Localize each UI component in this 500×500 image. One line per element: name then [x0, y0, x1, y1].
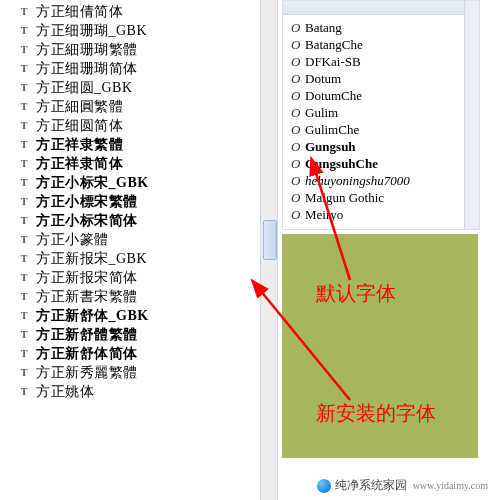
truetype-icon: T: [18, 291, 30, 303]
watermark-logo-icon: [317, 479, 331, 493]
font-row[interactable]: T方正新报宋_GBK: [0, 249, 260, 268]
truetype-icon: T: [18, 63, 30, 75]
font-name-label: GulimChe: [305, 122, 359, 138]
opentype-icon: O: [291, 105, 305, 121]
font-name-label: 方正细倩简体: [36, 3, 123, 21]
truetype-icon: T: [18, 25, 30, 37]
truetype-icon: T: [18, 177, 30, 189]
annotation-new-fonts: 新安装的字体: [316, 400, 436, 427]
font-row[interactable]: ODFKai-SB: [283, 53, 479, 70]
font-row[interactable]: OGulimChe: [283, 121, 479, 138]
opentype-icon: O: [291, 54, 305, 70]
font-name-label: Malgun Gothic: [305, 190, 384, 206]
font-name-label: 方正细圆_GBK: [36, 79, 133, 97]
right-panel-header: [283, 1, 479, 15]
font-row[interactable]: T方正细圆_GBK: [0, 78, 260, 97]
font-name-label: 方正新舒體繁體: [36, 326, 138, 344]
font-name-label: Batang: [305, 20, 342, 36]
font-row[interactable]: T方正新書宋繁體: [0, 287, 260, 306]
font-row[interactable]: ODotum: [283, 70, 479, 87]
font-name-label: 方正小標宋繁體: [36, 193, 138, 211]
truetype-icon: T: [18, 386, 30, 398]
font-row[interactable]: T方正祥隶简体: [0, 154, 260, 173]
font-row[interactable]: T方正新舒體繁體: [0, 325, 260, 344]
font-name-label: 方正细珊瑚简体: [36, 60, 138, 78]
font-row[interactable]: OMeiryo: [283, 206, 479, 223]
font-name-label: DFKai-SB: [305, 54, 361, 70]
font-row[interactable]: T方正細圓繁體: [0, 97, 260, 116]
font-row[interactable]: T方正新舒体简体: [0, 344, 260, 363]
font-list-right: OBatangOBatangCheODFKai-SBODotumODotumCh…: [282, 0, 480, 230]
font-name-label: 方正新舒体_GBK: [36, 307, 149, 325]
font-row[interactable]: T方正小標宋繁體: [0, 192, 260, 211]
font-row[interactable]: T方正新报宋简体: [0, 268, 260, 287]
font-name-label: 方正新舒体简体: [36, 345, 138, 363]
font-name-label: 方正小标宋_GBK: [36, 174, 149, 192]
font-name-label: 方正細珊瑚繁體: [36, 41, 138, 59]
font-name-label: 方正姚体: [36, 383, 94, 401]
font-row[interactable]: T方正新秀麗繁體: [0, 363, 260, 382]
font-row[interactable]: T方正小标宋_GBK: [0, 173, 260, 192]
font-row[interactable]: ODotumChe: [283, 87, 479, 104]
watermark-url: www.yidaimy.com: [413, 480, 488, 491]
opentype-icon: O: [291, 190, 305, 206]
truetype-icon: T: [18, 82, 30, 94]
watermark-brand: 纯净系统家园: [335, 477, 407, 494]
font-row[interactable]: OMalgun Gothic: [283, 189, 479, 206]
font-row[interactable]: OBatang: [283, 19, 479, 36]
font-row[interactable]: T方正细珊瑚简体: [0, 59, 260, 78]
left-scrollbar[interactable]: [260, 0, 278, 500]
font-name-label: hehuyoningshu7000: [305, 173, 410, 189]
font-name-label: 方正祥隶繁體: [36, 136, 123, 154]
opentype-icon: O: [291, 37, 305, 53]
font-name-label: 方正祥隶简体: [36, 155, 123, 173]
font-row[interactable]: T方正细圆简体: [0, 116, 260, 135]
right-scrollbar[interactable]: [464, 1, 480, 229]
truetype-icon: T: [18, 329, 30, 341]
font-row[interactable]: OGungsuh: [283, 138, 479, 155]
font-row[interactable]: OGungsuhChe: [283, 155, 479, 172]
truetype-icon: T: [18, 272, 30, 284]
font-row[interactable]: T方正小篆體: [0, 230, 260, 249]
truetype-icon: T: [18, 44, 30, 56]
opentype-icon: O: [291, 139, 305, 155]
font-row[interactable]: OBatangChe: [283, 36, 479, 53]
font-list-left: T方正细倩简体T方正细珊瑚_GBKT方正細珊瑚繁體T方正细珊瑚简体T方正细圆_G…: [0, 0, 260, 500]
font-name-label: 方正細圓繁體: [36, 98, 123, 116]
truetype-icon: T: [18, 234, 30, 246]
truetype-icon: T: [18, 101, 30, 113]
font-row[interactable]: T方正小标宋简体: [0, 211, 260, 230]
font-name-label: GungsuhChe: [305, 156, 378, 172]
truetype-icon: T: [18, 253, 30, 265]
font-name-label: Dotum: [305, 71, 341, 87]
truetype-icon: T: [18, 310, 30, 322]
font-row[interactable]: T方正姚体: [0, 382, 260, 401]
opentype-icon: O: [291, 173, 305, 189]
font-name-label: 方正新报宋_GBK: [36, 250, 147, 268]
font-name-label: BatangChe: [305, 37, 363, 53]
font-name-label: Meiryo: [305, 207, 343, 223]
annotation-default-fonts: 默认字体: [316, 280, 396, 307]
scroll-thumb[interactable]: [263, 220, 277, 260]
font-name-label: 方正新書宋繁體: [36, 288, 138, 306]
opentype-icon: O: [291, 122, 305, 138]
font-row[interactable]: T方正细珊瑚_GBK: [0, 21, 260, 40]
font-row[interactable]: OGulim: [283, 104, 479, 121]
font-row[interactable]: Ohehuyoningshu7000: [283, 172, 479, 189]
font-name-label: 方正新秀麗繁體: [36, 364, 138, 382]
opentype-icon: O: [291, 71, 305, 87]
truetype-icon: T: [18, 6, 30, 18]
font-name-label: Gulim: [305, 105, 338, 121]
opentype-icon: O: [291, 88, 305, 104]
font-name-label: DotumChe: [305, 88, 362, 104]
font-name-label: 方正新报宋简体: [36, 269, 138, 287]
font-name-label: 方正小标宋简体: [36, 212, 138, 230]
font-row[interactable]: T方正祥隶繁體: [0, 135, 260, 154]
font-row[interactable]: T方正新舒体_GBK: [0, 306, 260, 325]
truetype-icon: T: [18, 158, 30, 170]
truetype-icon: T: [18, 348, 30, 360]
truetype-icon: T: [18, 215, 30, 227]
font-name-label: Gungsuh: [305, 139, 356, 155]
font-row[interactable]: T方正細珊瑚繁體: [0, 40, 260, 59]
font-row[interactable]: T方正细倩简体: [0, 2, 260, 21]
